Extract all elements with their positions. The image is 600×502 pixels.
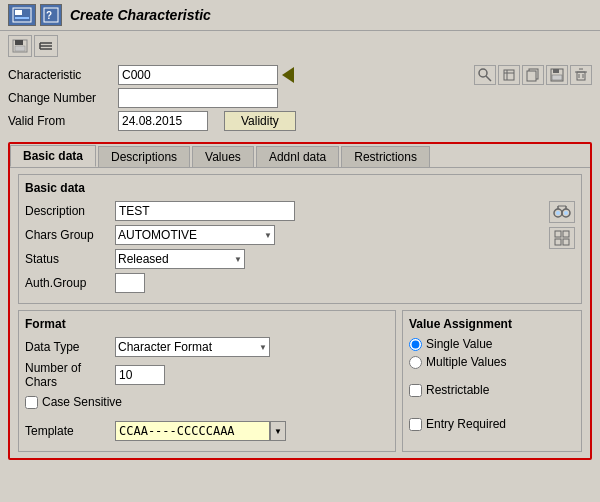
char-arrow-icon (282, 67, 294, 83)
tab-basic-data[interactable]: Basic data (10, 145, 96, 167)
main-panel: Basic data Descriptions Values Addnl dat… (8, 142, 592, 460)
case-sensitive-checkbox[interactable] (25, 396, 38, 409)
change-number-row: Change Number (8, 88, 474, 108)
status-label: Status (25, 252, 115, 266)
page-title: Create Characteristic (70, 7, 211, 23)
restrictable-row: Restrictable (409, 383, 575, 397)
main-toolbar (0, 31, 600, 61)
auth-group-input[interactable] (115, 273, 145, 293)
auth-group-row: Auth.Group (25, 273, 541, 293)
num-chars-input[interactable] (115, 365, 165, 385)
template-browse-btn[interactable]: ▼ (270, 421, 286, 441)
search-icon-btn[interactable] (474, 65, 496, 85)
toolbar-list-btn[interactable] (34, 35, 58, 57)
tab-values[interactable]: Values (192, 146, 254, 167)
title-bar: ? Create Characteristic (0, 0, 600, 31)
characteristic-input[interactable] (118, 65, 278, 85)
title-icon2: ? (40, 4, 62, 26)
tab-bar: Basic data Descriptions Values Addnl dat… (10, 144, 590, 168)
basic-data-section: Basic data Description Chars Group AUTOM… (18, 174, 582, 304)
restrictable-label: Restrictable (426, 383, 489, 397)
status-select[interactable]: Released (115, 249, 245, 269)
svg-line-13 (486, 76, 491, 81)
save2-icon-btn[interactable] (546, 65, 568, 85)
multiple-values-radio[interactable] (409, 356, 422, 369)
panel-content: Basic data Description Chars Group AUTOM… (10, 168, 590, 458)
svg-rect-14 (504, 70, 514, 80)
copy-icon-btn[interactable] (522, 65, 544, 85)
svg-rect-18 (527, 71, 536, 81)
basic-data-section-title: Basic data (25, 181, 541, 195)
chars-group-select-wrapper: AUTOMOTIVE (115, 225, 275, 245)
case-sensitive-label: Case Sensitive (42, 395, 122, 409)
header-fields: Characteristic Change Number Valid From … (8, 65, 474, 134)
data-type-row: Data Type Character Format (25, 337, 389, 357)
status-select-wrapper: Released (115, 249, 245, 269)
description-label: Description (25, 204, 115, 218)
tab-restrictions[interactable]: Restrictions (341, 146, 430, 167)
header-action-icons (474, 65, 592, 85)
svg-rect-6 (15, 40, 23, 45)
template-label: Template (25, 424, 115, 438)
status-row: Status Released (25, 249, 541, 269)
tab-descriptions[interactable]: Descriptions (98, 146, 190, 167)
svg-rect-20 (553, 69, 559, 73)
restrictable-checkbox[interactable] (409, 384, 422, 397)
single-value-label: Single Value (426, 337, 493, 351)
header-section: Characteristic Change Number Valid From … (0, 61, 600, 138)
validity-button[interactable]: Validity (224, 111, 296, 131)
tab-addnl-data[interactable]: Addnl data (256, 146, 339, 167)
chars-group-select[interactable]: AUTOMOTIVE (115, 225, 275, 245)
chars-group-label: Chars Group (25, 228, 115, 242)
data-type-select[interactable]: Character Format (115, 337, 270, 357)
svg-rect-36 (555, 239, 561, 245)
data-type-select-wrapper: Character Format (115, 337, 270, 357)
chars-group-row: Chars Group AUTOMOTIVE (25, 225, 541, 245)
svg-rect-21 (552, 75, 562, 80)
description-input[interactable] (115, 201, 295, 221)
value-assignment-section: Value Assignment Single Value Multiple V… (402, 310, 582, 452)
single-value-radio[interactable] (409, 338, 422, 351)
valid-from-input[interactable] (118, 111, 208, 131)
case-sensitive-row: Case Sensitive (25, 395, 389, 409)
auth-group-label: Auth.Group (25, 276, 115, 290)
svg-rect-7 (15, 46, 25, 51)
svg-rect-1 (15, 10, 22, 15)
valid-from-label: Valid From (8, 114, 118, 128)
format-section-title: Format (25, 317, 389, 331)
binoculars-icon-btn[interactable] (549, 201, 575, 223)
toolbar-save-btn[interactable] (8, 35, 32, 57)
entry-required-checkbox[interactable] (409, 418, 422, 431)
multiple-values-row: Multiple Values (409, 355, 575, 369)
format-section: Format Data Type Character Format Number… (18, 310, 396, 452)
svg-rect-2 (15, 17, 29, 19)
svg-text:?: ? (46, 10, 52, 21)
single-value-row: Single Value (409, 337, 575, 351)
svg-rect-22 (577, 72, 585, 80)
template-input[interactable] (115, 421, 270, 441)
value-assignment-title: Value Assignment (409, 317, 575, 331)
template-input-wrapper: ▼ (115, 421, 286, 441)
entry-required-label: Entry Required (426, 417, 506, 431)
grid-icon-btn[interactable] (549, 227, 575, 249)
svg-point-32 (556, 211, 560, 215)
num-chars-label: Number of Chars (25, 361, 115, 389)
svg-point-12 (479, 69, 487, 77)
svg-rect-34 (555, 231, 561, 237)
edit-icon-btn[interactable] (498, 65, 520, 85)
title-icon1 (8, 4, 36, 26)
change-number-input[interactable] (118, 88, 278, 108)
delete-icon-btn[interactable] (570, 65, 592, 85)
valid-from-row: Valid From Validity (8, 111, 474, 131)
bottom-sections: Format Data Type Character Format Number… (18, 310, 582, 452)
data-type-label: Data Type (25, 340, 115, 354)
change-number-label: Change Number (8, 91, 118, 105)
template-row: Template ▼ (25, 421, 389, 441)
panel-right-icons (549, 201, 575, 249)
entry-required-row: Entry Required (409, 417, 575, 431)
characteristic-label: Characteristic (8, 68, 118, 82)
multiple-values-label: Multiple Values (426, 355, 506, 369)
svg-rect-35 (563, 231, 569, 237)
num-chars-row: Number of Chars (25, 361, 389, 389)
description-row: Description (25, 201, 541, 221)
